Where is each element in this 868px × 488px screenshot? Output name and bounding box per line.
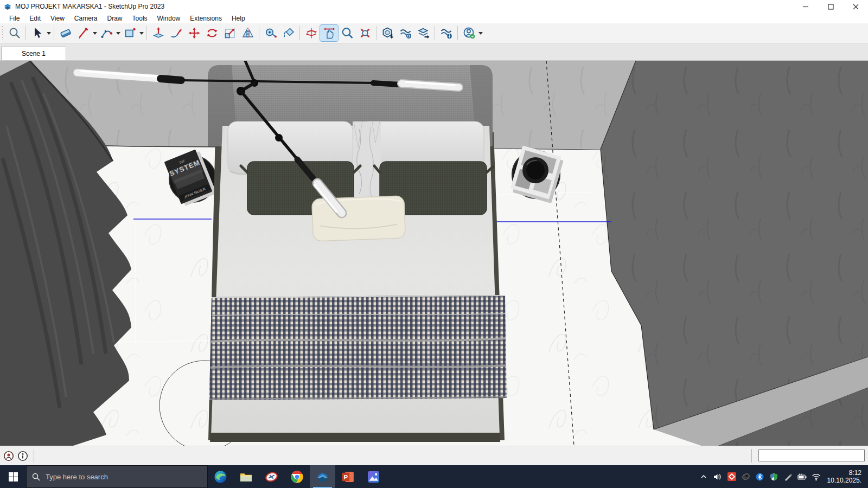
windows-logo-icon (9, 472, 18, 481)
followme-icon (170, 27, 183, 40)
start-button[interactable] (0, 465, 26, 488)
scene-tab-label: Scene 1 (22, 50, 46, 57)
send-to-layout-button[interactable] (414, 25, 432, 41)
3d-warehouse-icon (381, 27, 394, 40)
orbit-tool-button[interactable] (302, 25, 320, 41)
shield-icon (770, 473, 778, 481)
flip-tool-button[interactable] (239, 25, 257, 41)
share-model-button[interactable] (397, 25, 414, 41)
photos-icon (367, 470, 380, 484)
select-tool-caret[interactable] (46, 25, 52, 41)
menu-bar: File Edit View Camera Draw Tools Window … (0, 13, 868, 23)
select-tool-button[interactable] (28, 25, 46, 41)
wifi-icon (812, 473, 821, 481)
taskbar-app-sketchup[interactable] (310, 465, 335, 488)
satellite-dish-icon (742, 472, 750, 481)
line-tool-button[interactable] (74, 25, 92, 41)
scale-tool-button[interactable] (221, 25, 239, 41)
arc-icon (100, 27, 113, 40)
status-divider (34, 449, 34, 463)
move-icon (188, 27, 201, 40)
bluetooth-icon (756, 473, 764, 481)
eraser-icon (59, 27, 72, 40)
paint-bucket-icon (282, 27, 295, 40)
rotate-tool-button[interactable] (203, 25, 221, 41)
maximize-icon (828, 4, 834, 10)
taskbar-app-powerpoint[interactable]: P (335, 465, 361, 488)
followme-tool-button[interactable] (167, 25, 185, 41)
line-tool-caret[interactable] (92, 25, 98, 41)
taskbar-search[interactable] (26, 465, 208, 488)
chevron-down-icon (139, 31, 144, 35)
toolbar-grip[interactable] (1, 26, 5, 40)
menu-draw[interactable]: Draw (103, 14, 127, 23)
rectangle-tool-caret[interactable] (139, 25, 144, 41)
info-icon (17, 451, 28, 461)
tray-defender-button[interactable] (769, 471, 780, 482)
arc-tool-button[interactable] (98, 25, 116, 41)
minimize-button[interactable] (793, 0, 818, 13)
edge-icon (214, 470, 227, 484)
search-tool-button[interactable] (5, 25, 23, 41)
taskbar-app-explorer[interactable] (233, 465, 259, 488)
menu-edit[interactable]: Edit (24, 14, 46, 23)
bed-foot-frame (210, 433, 500, 442)
taskbar-app-photos[interactable] (361, 465, 386, 488)
3d-warehouse-button[interactable] (379, 25, 397, 41)
taskbar-clock[interactable]: 8:12 10.10.2025. (825, 469, 866, 484)
account-caret[interactable] (478, 25, 483, 41)
bed[interactable] (208, 65, 507, 442)
geolocation-button[interactable] (3, 451, 14, 461)
scene-tab-bar: Scene 1 (0, 43, 868, 61)
rectangle-tool-button[interactable] (121, 25, 139, 41)
status-bar (0, 446, 868, 465)
tray-bluetooth-button[interactable] (755, 471, 765, 482)
model-viewport[interactable]: DIE SYSTEM JOHN SILVER (0, 61, 868, 446)
title-bar: MOJ PROJEKT MAKARSKA1 - SketchUp Pro 202… (0, 0, 868, 13)
menu-help[interactable]: Help (227, 14, 250, 23)
tray-wifi-button[interactable] (811, 471, 822, 482)
taskbar-app-design[interactable] (259, 465, 284, 488)
zoom-tool-button[interactable] (338, 25, 356, 41)
tray-chevron-button[interactable] (698, 471, 709, 482)
measurements-input[interactable] (758, 450, 865, 461)
tray-satellite-button[interactable] (741, 471, 751, 482)
taskbar-app-edge[interactable] (208, 465, 233, 488)
tray-battery-button[interactable] (797, 471, 808, 482)
menu-window[interactable]: Window (152, 14, 186, 23)
arc-tool-caret[interactable] (116, 25, 121, 41)
pan-tool-button[interactable] (320, 25, 338, 41)
flip-icon (241, 27, 254, 40)
menu-extensions[interactable]: Extensions (185, 14, 227, 23)
battery-plug-icon (797, 473, 807, 481)
search-input[interactable] (44, 472, 202, 481)
account-button[interactable] (460, 25, 478, 41)
menu-view[interactable]: View (46, 14, 69, 23)
menu-tools[interactable]: Tools (127, 14, 152, 23)
zoom-extents-tool-button[interactable] (356, 25, 374, 41)
orbit-icon (305, 27, 318, 40)
paint-bucket-tool-button[interactable] (279, 25, 297, 41)
chevron-down-icon (478, 31, 483, 35)
search-icon (8, 27, 21, 40)
scene-tab[interactable]: Scene 1 (1, 47, 66, 60)
move-tool-button[interactable] (185, 25, 203, 41)
credits-info-button[interactable] (17, 451, 28, 461)
eraser-tool-button[interactable] (56, 25, 74, 41)
toolbar (0, 23, 868, 43)
tray-pen-button[interactable] (783, 471, 794, 482)
pushpull-tool-button[interactable] (149, 25, 167, 41)
taskbar-app-chrome[interactable] (284, 465, 310, 488)
share-model-icon (399, 27, 412, 40)
pencil-icon (77, 27, 90, 40)
maximize-button[interactable] (818, 0, 843, 13)
tape-measure-tool-button[interactable] (261, 25, 279, 41)
tray-anydesk-button[interactable] (726, 471, 737, 482)
chevron-down-icon (116, 31, 120, 35)
extension-manager-button[interactable] (437, 25, 455, 41)
close-button[interactable] (843, 0, 868, 13)
tray-volume-button[interactable] (712, 471, 723, 482)
menu-camera[interactable]: Camera (69, 14, 103, 23)
menu-file[interactable]: File (4, 14, 24, 23)
select-cursor-icon (31, 27, 44, 40)
